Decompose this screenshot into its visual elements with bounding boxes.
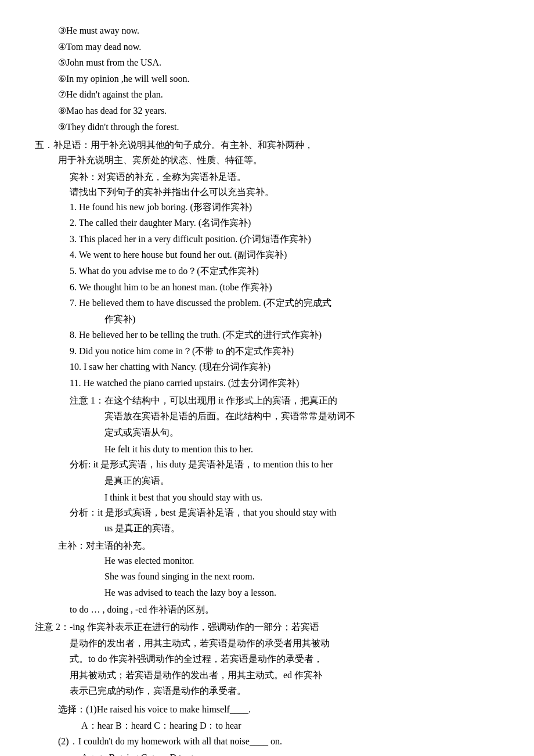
analysis2-cont: us 是真正的宾语。 — [104, 521, 499, 536]
example-10: 10. I saw her chatting with Nancy. (现在分词… — [70, 359, 499, 375]
distinction: to do … , doing , -ed 作补语的区别。 — [70, 602, 499, 617]
item-8: ⑧Mao has dead for 32 years. — [58, 103, 499, 118]
main-content: ③He must away now. ④Tom may dead now. ⑤J… — [35, 23, 499, 756]
zhu-bu-ex3: He was advised to teach the lazy boy a l… — [104, 585, 499, 600]
zhu-bu-ex2: She was found singing in the next room. — [104, 569, 499, 584]
note1: 注意 1：在这个结构中，可以出现用 it 作形式上的宾语，把真正的 宾语放在宾语… — [70, 393, 499, 440]
analysis2: 分析：it 是形式宾语，best 是宾语补足语，that you should … — [70, 505, 499, 536]
example-1: 1. He found his new job boring. (形容词作宾补) — [70, 200, 499, 215]
item-6: ⑥In my opinion ,he will well soon. — [58, 71, 499, 87]
example-3: 3. This placed her in a very difficult p… — [70, 232, 499, 247]
section5-sub1: 用于补充说明主、宾所处的状态、性质、特征等。 — [58, 153, 499, 168]
note2-line2: 是动作的发出者，用其主动式，若宾语是动作的承受者用其被动 — [70, 636, 499, 651]
choice1-options: A：hear B：heard C：hearing D：to hear — [81, 718, 499, 733]
zhu-bu-label: 主补：对主语的补充。 — [58, 538, 499, 553]
example-7-cont: 作宾补) — [104, 312, 499, 327]
note1-line3: 定式或宾语从句。 — [104, 425, 499, 440]
note2: 注意 2：-ing 作宾补表示正在进行的动作，强调动作的一部分；若宾语 是动作的… — [35, 620, 499, 699]
note2-header: 注意 2：-ing 作宾补表示正在进行的动作，强调动作的一部分；若宾语 — [35, 620, 499, 635]
note2-line4: 用其被动式；若宾语是动作的发出者，用其主动式。ed 作宾补 — [70, 668, 499, 683]
example-7: 7. He believed them to have discussed th… — [70, 296, 499, 311]
bin-bu-label: 宾补：对宾语的补充，全称为宾语补足语。 — [70, 170, 499, 185]
examples-list: 1. He found his new job boring. (形容词作宾补)… — [70, 200, 499, 391]
choice2-question: (2)．I couldn't do my homework with all t… — [58, 734, 499, 749]
example-5: 5. What do you advise me to do？(不定式作宾补) — [70, 264, 499, 279]
choice-header: 选择：(1)He raised his voice to make himsel… — [58, 702, 499, 717]
section5-header: 五．补足语：用于补充说明其他的句子成分。有主补、和宾补两种， — [35, 138, 499, 153]
choice2-options: A：go B going C gone D to go — [81, 750, 499, 756]
note2-line3: 式。to do 作宾补强调动作的全过程，若宾语是动作的承受者， — [70, 651, 499, 667]
example-9: 9. Did you notice him come in？(不带 to 的不定… — [70, 344, 499, 359]
note1-line2: 宾语放在宾语补足语的后面。在此结构中，宾语常常是动词不 — [104, 409, 499, 424]
example-felt: He felt it his duty to mention this to h… — [104, 442, 499, 457]
example-6: 6. We thought him to be an honest man. (… — [70, 280, 499, 295]
item-9: ⑨They didn't through the forest. — [58, 120, 499, 135]
analysis1: 分析: it 是形式宾语，his duty 是宾语补足语，to mention … — [70, 457, 499, 488]
item-5: ⑤John must from the USA. — [58, 55, 499, 70]
example-8: 8. He believed her to be telling the tru… — [70, 327, 499, 343]
bin-bu-instruction: 请找出下列句子的宾补并指出什么可以充当宾补。 — [70, 185, 499, 200]
numbered-items-list: ③He must away now. ④Tom may dead now. ⑤J… — [58, 23, 499, 134]
example-4: 4. We went to here house but found her o… — [70, 247, 499, 262]
note1-header: 注意 1：在这个结构中，可以出现用 it 作形式上的宾语，把真正的 — [70, 393, 499, 408]
zhu-bu-examples: He was elected monitor. She was found si… — [104, 553, 499, 600]
example-11: 11. He watched the piano carried upstair… — [70, 376, 499, 391]
analysis1-text: 分析: it 是形式宾语，his duty 是宾语补足语，to mention … — [70, 457, 499, 472]
analysis2-text: 分析：it 是形式宾语，best 是宾语补足语，that you should … — [70, 505, 499, 520]
example-think: I think it best that you should stay wit… — [104, 490, 499, 505]
analysis1-cont: 是真正的宾语。 — [104, 473, 499, 488]
section5-header-text: 五．补足语：用于补充说明其他的句子成分。有主补、和宾补两种， — [35, 140, 313, 150]
zhu-bu-ex1: He was elected monitor. — [104, 553, 499, 568]
choice-section: 选择：(1)He raised his voice to make himsel… — [58, 702, 499, 756]
item-4: ④Tom may dead now. — [58, 39, 499, 55]
item-3: ③He must away now. — [58, 23, 499, 38]
item-7: ⑦He didn't against the plan. — [58, 87, 499, 102]
note2-line5: 表示已完成的动作，宾语是动作的承受者。 — [70, 683, 499, 699]
example-2: 2. The called their daughter Mary. (名词作宾… — [70, 215, 499, 231]
